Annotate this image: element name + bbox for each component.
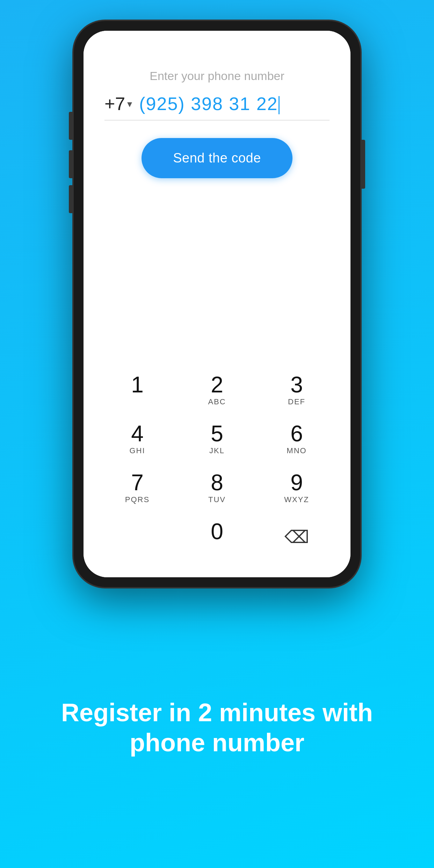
phone-screen: Enter your phone number +7 ▾ (925) 398 3…	[84, 31, 350, 577]
key-number-5: 5	[211, 422, 223, 445]
country-code-selector[interactable]: +7 ▾	[104, 93, 132, 114]
dialpad-key-empty	[106, 514, 169, 560]
input-label: Enter your phone number	[150, 69, 284, 83]
screen-top-bar	[84, 31, 350, 52]
send-code-button[interactable]: Send the code	[142, 138, 292, 178]
key-number-7: 7	[131, 471, 144, 494]
dialpad-key-5[interactable]: 5 JKL	[186, 417, 248, 462]
dialpad-key-0[interactable]: 0	[186, 514, 248, 560]
dialpad: 1 2 ABC 3 DEF 4 GHI 5 JKL 6 MNO	[84, 361, 350, 577]
phone-number-display: (925) 398 31 22	[139, 93, 330, 114]
dialpad-row: 7 PQRS 8 TUV 9 WXYZ	[97, 465, 337, 511]
dropdown-arrow-icon: ▾	[127, 98, 132, 110]
key-letters-5: JKL	[209, 446, 225, 456]
dialpad-row: 4 GHI 5 JKL 6 MNO	[97, 417, 337, 462]
dialpad-key-2[interactable]: 2 ABC	[186, 368, 248, 413]
dialpad-key-4[interactable]: 4 GHI	[106, 417, 169, 462]
phone-wrapper: Enter your phone number +7 ▾ (925) 398 3…	[74, 21, 360, 587]
key-letters-3: DEF	[288, 397, 305, 407]
key-letters-8: TUV	[208, 495, 226, 505]
phone-number-text: (925) 398 31 22	[139, 94, 278, 114]
dialpad-key-8[interactable]: 8 TUV	[186, 465, 248, 511]
dialpad-row: 1 2 ABC 3 DEF	[97, 368, 337, 413]
cursor	[279, 96, 280, 114]
key-number-1: 1	[131, 374, 144, 396]
key-number-0: 0	[211, 520, 223, 543]
bottom-section: Register in 2 minutes with phone number	[14, 587, 420, 868]
key-number-4: 4	[131, 422, 144, 445]
key-number-9: 9	[290, 471, 303, 494]
key-number-3: 3	[290, 374, 303, 396]
key-number-2: 2	[211, 374, 223, 396]
phone-input-row: +7 ▾ (925) 398 31 22	[104, 93, 330, 121]
key-letters-4: GHI	[129, 446, 145, 456]
country-code-value: +7	[104, 93, 125, 114]
phone-input-section: Enter your phone number +7 ▾ (925) 398 3…	[84, 52, 350, 189]
screen-spacer	[84, 189, 350, 361]
key-letters-2: ABC	[208, 397, 226, 407]
dialpad-key-7[interactable]: 7 PQRS	[106, 465, 169, 511]
dialpad-key-3[interactable]: 3 DEF	[265, 368, 328, 413]
backspace-icon: ⌫	[284, 527, 309, 547]
dialpad-key-6[interactable]: 6 MNO	[265, 417, 328, 462]
key-letters-9: WXYZ	[284, 495, 309, 505]
key-number-8: 8	[211, 471, 223, 494]
backspace-button[interactable]: ⌫	[265, 514, 328, 560]
dialpad-key-1[interactable]: 1	[106, 368, 169, 413]
key-letters-6: MNO	[287, 446, 306, 456]
dialpad-key-9[interactable]: 9 WXYZ	[265, 465, 328, 511]
key-letters-7: PQRS	[125, 495, 150, 505]
key-number-6: 6	[290, 422, 303, 445]
tagline: Register in 2 minutes with phone number	[42, 697, 392, 758]
dialpad-row: 0 ⌫	[97, 514, 337, 560]
